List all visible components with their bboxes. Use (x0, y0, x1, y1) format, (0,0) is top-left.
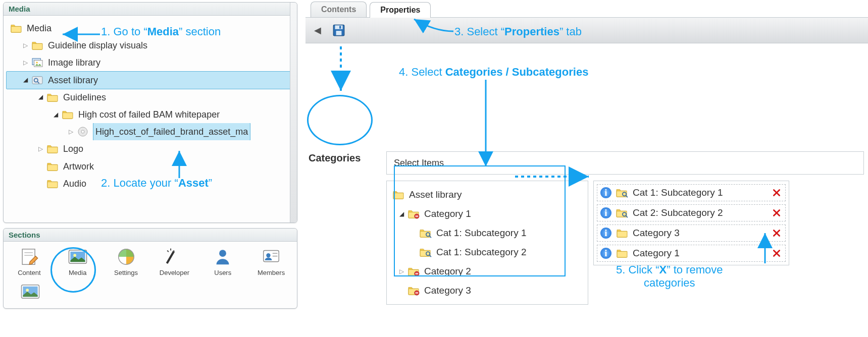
collapse-icon[interactable]: ◢ (398, 210, 405, 217)
folder-icon (46, 178, 59, 190)
sections-panel-title: Sections (4, 229, 297, 242)
section-label: Settings (114, 269, 138, 276)
sel-label: Cat 1: Subcategory 1 (633, 187, 723, 198)
cat-label: Category 2 (424, 262, 471, 281)
cat-tree-item[interactable]: ▷ Category 2 (390, 262, 585, 281)
remove-category-button[interactable] (771, 207, 782, 218)
tree-item-asset-library[interactable]: ◢ Asset library (6, 71, 294, 89)
tree-item-bam-whitepaper[interactable]: ◢ High cost of failed BAM whitepaper (7, 106, 294, 123)
expand-icon[interactable]: ▷ (22, 59, 29, 66)
expand-icon[interactable]: ▷ (67, 128, 74, 135)
asset-library-icon (31, 74, 44, 86)
sel-label: Cat 2: Subcategory 2 (633, 207, 723, 218)
remove-category-button[interactable] (771, 248, 782, 259)
tree-label: Audio (63, 175, 86, 192)
folder-minus-icon (407, 285, 420, 297)
save-button[interactable] (332, 23, 346, 37)
sections-row-2 (4, 276, 297, 306)
section-members[interactable]: Members (254, 247, 288, 276)
cat-tree-item[interactable]: Cat 1: Subcategory 2 (390, 243, 585, 262)
tree-label: Logo (63, 140, 83, 157)
section-media[interactable]: Media (61, 247, 94, 276)
folder-icon (46, 143, 59, 155)
tree-item-logo[interactable]: ▷ Logo (7, 140, 294, 157)
folder-icon (616, 227, 629, 239)
info-icon[interactable]: i (600, 228, 611, 239)
tree-item-image-library[interactable]: ▷ Image library (7, 54, 294, 71)
info-icon[interactable]: i (600, 248, 611, 259)
section-label: Members (258, 269, 285, 276)
expand-icon[interactable]: ▷ (37, 145, 44, 152)
section-label: Content (18, 269, 41, 276)
tab-bar: Contents Properties (305, 0, 868, 17)
section-developer[interactable]: Developer (158, 247, 191, 276)
users-icon (213, 247, 233, 267)
collapse-icon[interactable]: ◢ (52, 111, 59, 118)
collapse-icon[interactable]: ◢ (22, 77, 29, 84)
cat-tree-item[interactable]: Category 3 (390, 281, 585, 300)
developer-icon (164, 247, 184, 267)
cat-tree-item[interactable]: Cat 1: Subcategory 1 (390, 223, 585, 243)
settings-icon (116, 247, 136, 267)
selected-category-item: i Cat 2: Subcategory 2 (597, 204, 786, 221)
toolbar: ◀ (305, 17, 868, 43)
categories-label: Categories (309, 152, 361, 164)
tab-contents[interactable]: Contents (311, 2, 367, 17)
tree-item-guidelines[interactable]: ◢ Guidelines (7, 89, 294, 106)
section-label: Media (69, 269, 86, 276)
select-items-placeholder: Select Items (394, 158, 444, 168)
media-panel-title: Media (4, 3, 297, 16)
section-content[interactable]: Content (13, 247, 46, 276)
section-users[interactable]: Users (206, 247, 239, 276)
tree-item-guideline-display[interactable]: ▷ Guideline display visuals (7, 37, 294, 54)
selected-categories: i Cat 1: Subcategory 1 i Cat 2: Subcateg… (593, 181, 789, 265)
folder-search-icon (616, 187, 629, 199)
expand-icon[interactable]: ▷ (398, 268, 405, 275)
cat-label: Cat 1: Subcategory 1 (436, 223, 527, 243)
tree-label: High cost of failed BAM whitepaper (78, 106, 220, 123)
section-settings[interactable]: Settings (110, 247, 143, 276)
folder-icon (31, 39, 44, 51)
tree-label: Media (27, 20, 52, 37)
disc-icon (76, 126, 89, 138)
tree-root-media[interactable]: Media (7, 20, 294, 37)
info-icon[interactable]: i (600, 207, 611, 218)
folder-icon (46, 160, 59, 173)
cat-label: Asset library (409, 185, 462, 204)
tree-item-artwork[interactable]: Artwork (7, 158, 294, 175)
spacer (37, 180, 44, 187)
remove-category-button[interactable] (771, 228, 782, 239)
section-extra[interactable] (13, 282, 48, 304)
info-icon[interactable]: i (600, 187, 611, 198)
tree-label: Guidelines (63, 89, 106, 106)
scrollbar[interactable] (290, 3, 297, 222)
collapse-icon[interactable]: ◢ (37, 94, 44, 101)
selected-category-item: i Category 3 (597, 224, 786, 242)
image-library-icon (31, 57, 44, 69)
selected-category-item: i Cat 1: Subcategory 1 (597, 184, 786, 201)
members-icon (261, 247, 281, 267)
select-items-input[interactable]: Select Items (386, 151, 864, 175)
sections-list: Content Media Settings Developer Users M… (4, 242, 297, 278)
remove-category-button[interactable] (771, 187, 782, 198)
cat-label: Cat 1: Subcategory 2 (436, 243, 527, 262)
cat-tree-root[interactable]: Asset library (390, 185, 585, 204)
folder-icon (616, 247, 629, 259)
cat-label: Category 1 (424, 204, 471, 223)
folder-minus-icon (407, 208, 420, 220)
tab-properties[interactable]: Properties (370, 2, 431, 18)
folder-icon (61, 108, 74, 121)
back-button[interactable]: ◀ (311, 23, 325, 37)
tree-item-asset-file[interactable]: ▷ High_cost_of_failed_brand_asset_ma (7, 123, 294, 140)
section-label: Users (214, 269, 231, 276)
tree-label: Guideline display visuals (48, 37, 147, 54)
tree-label: High_cost_of_failed_brand_asset_ma (93, 123, 250, 140)
folder-search-icon (419, 227, 432, 239)
cat-tree-item[interactable]: ◢ Category 1 (390, 204, 585, 223)
folder-icon (10, 22, 23, 34)
folder-search-icon (419, 246, 432, 258)
tree-item-audio[interactable]: Audio (7, 175, 294, 192)
tree-label: Image library (48, 54, 100, 71)
expand-icon[interactable]: ▷ (22, 42, 29, 49)
media-tree: Media ▷ Guideline display visuals ▷ Imag… (4, 16, 297, 197)
